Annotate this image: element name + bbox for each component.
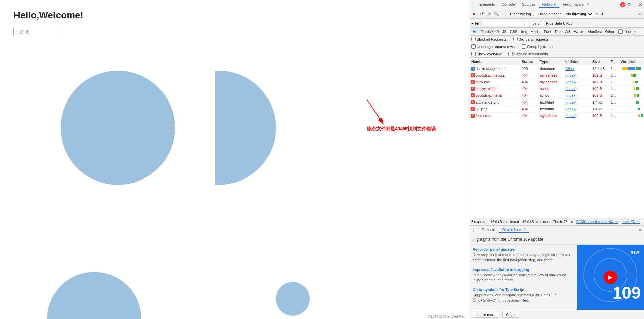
separator-1: [502, 12, 502, 16]
disable-cache-checkbox[interactable]: [533, 12, 537, 16]
throttle-select[interactable]: No throttling: [564, 11, 593, 17]
disable-cache-label[interactable]: Disable cache: [533, 12, 562, 16]
devtools-menu-icon[interactable]: ⋮: [471, 2, 475, 7]
header-waterfall[interactable]: Waterfall: [621, 59, 644, 64]
row-time: 1...: [611, 114, 621, 118]
preserve-log-label[interactable]: Preserve log: [505, 12, 531, 16]
show-overview-label[interactable]: Show overview: [471, 52, 502, 56]
refresh-btn[interactable]: ↺: [479, 11, 484, 17]
network-toolbar: ● ↺ ⊘ 🔍 Preserve log Disable cache No th…: [469, 9, 644, 19]
type-other[interactable]: Other: [604, 29, 616, 34]
row-time: 1...: [611, 80, 621, 84]
table-row[interactable]: D datamanagement/ 200 document Other 12.…: [469, 65, 644, 72]
tab-elements[interactable]: Elements: [476, 2, 498, 8]
tab-sources[interactable]: Sources: [518, 2, 539, 8]
show-overview-checkbox[interactable]: [471, 52, 476, 56]
type-wasm[interactable]: Wasm: [573, 29, 586, 34]
feature-js-debug-title[interactable]: Improved JavaScript debugging: [473, 268, 573, 272]
close-bottom-panel-icon[interactable]: ✕: [638, 227, 642, 233]
export-icon[interactable]: ⬇: [601, 12, 604, 16]
table-row[interactable]: ✗ auth-img1.png 404 text/html (index) 1.…: [469, 99, 644, 106]
header-initiator[interactable]: Initiator: [565, 59, 592, 64]
devtools-tabs: Elements Console Sources Network Perform…: [476, 2, 589, 8]
feature-js-debug-desc: Inline preview for WeakRef, correct prev…: [473, 273, 573, 283]
table-row[interactable]: ✗ auth.css 404 stylesheet (index) 102 B …: [469, 79, 644, 85]
invert-checkbox[interactable]: [524, 21, 528, 25]
large-rows-checkbox[interactable]: [471, 44, 476, 49]
record-btn[interactable]: ●: [471, 11, 477, 17]
whats-new-close[interactable]: ✕: [523, 227, 526, 231]
more-tabs-icon[interactable]: »: [587, 2, 589, 8]
group-by-frame-checkbox[interactable]: [522, 44, 526, 49]
header-type[interactable]: Type: [540, 59, 565, 64]
has-blocked-cookies-label[interactable]: Has blocked cookies: [618, 28, 642, 36]
initiator-link[interactable]: (index): [565, 80, 577, 84]
table-row[interactable]: ✗ jquery.min.js 404 script (index) 102 B…: [469, 85, 644, 92]
preserve-log-checkbox[interactable]: [505, 12, 509, 16]
table-row[interactable]: ✗ fonts.css 404 stylesheet (index) 102 B…: [469, 112, 644, 119]
learn-more-button[interactable]: Learn more: [473, 312, 499, 318]
initiator-link[interactable]: (index): [565, 100, 577, 104]
type-media[interactable]: Media: [529, 29, 542, 34]
blocked-requests-label[interactable]: Blocked Requests: [471, 37, 507, 41]
filter-icon[interactable]: ⊘: [486, 11, 492, 17]
play-button[interactable]: ▶: [604, 271, 617, 284]
invert-label[interactable]: Invert: [524, 21, 539, 25]
bottom-more-icon[interactable]: ⋮: [471, 227, 476, 233]
initiator-link[interactable]: (index): [565, 93, 577, 97]
initiator-link[interactable]: (index): [565, 107, 577, 111]
type-ws[interactable]: WS: [563, 29, 572, 34]
tab-console[interactable]: Console: [498, 2, 518, 8]
close-button[interactable]: Close: [502, 312, 519, 318]
tab-whats-new[interactable]: What's New ✕: [499, 227, 529, 233]
doc-icon: D: [471, 67, 475, 71]
type-manifest[interactable]: Manifest: [586, 29, 603, 34]
close-devtools-icon[interactable]: ✕: [639, 2, 643, 7]
blocked-requests-text: Blocked Requests: [477, 37, 507, 41]
gear-icon[interactable]: ⚙: [638, 12, 642, 16]
search-icon[interactable]: 🔍: [494, 11, 499, 17]
table-row[interactable]: ✗ bootstrap.min.js 404 script (index) 10…: [469, 92, 644, 99]
header-status[interactable]: Status: [522, 59, 540, 64]
table-row[interactable]: ✗ bootstrap.min.css 404 stylesheet (inde…: [469, 72, 644, 79]
header-name[interactable]: Name: [469, 59, 522, 64]
table-row[interactable]: ✗ jlj1.png 404 text/html (index) 1.4 kB …: [469, 106, 644, 112]
third-party-label[interactable]: 3rd-party requests: [513, 37, 549, 41]
blocked-requests-checkbox[interactable]: [471, 37, 476, 41]
username-input[interactable]: [13, 28, 57, 36]
capture-screenshots-checkbox[interactable]: [508, 52, 513, 56]
hide-data-urls-label[interactable]: Hide data URLs: [541, 21, 572, 25]
capture-screenshots-label[interactable]: Capture screenshots: [508, 52, 548, 56]
row-status: 404: [522, 100, 540, 104]
header-size[interactable]: Size: [592, 59, 611, 64]
dom-content-loaded[interactable]: DOMContentLoaded: 66 ms: [576, 220, 618, 224]
group-by-frame-label[interactable]: Group by frame: [522, 44, 552, 49]
initiator-link[interactable]: Other: [565, 67, 575, 71]
type-css[interactable]: CSS: [509, 29, 519, 34]
initiator-link[interactable]: (index): [565, 114, 577, 118]
type-fetch-xhr[interactable]: Fetch/XHR: [479, 29, 500, 34]
import-icon[interactable]: ⬆: [595, 12, 599, 16]
tab-console-bottom[interactable]: Console: [479, 227, 498, 233]
feature-recorder-title[interactable]: Recorder panel updates: [473, 247, 573, 251]
hide-data-urls-checkbox[interactable]: [541, 21, 545, 25]
has-blocked-cookies-checkbox[interactable]: [618, 29, 623, 34]
third-party-checkbox[interactable]: [513, 37, 518, 41]
initiator-link[interactable]: (index): [565, 73, 577, 77]
filter-input[interactable]: [481, 21, 522, 26]
load-time[interactable]: Load: 76 ms: [621, 220, 640, 224]
initiator-link[interactable]: (index): [565, 87, 577, 91]
tab-network[interactable]: Network: [539, 2, 559, 8]
feature-typescript-title[interactable]: Go to symbols for TypeScript: [473, 288, 573, 292]
tab-performance[interactable]: Performance: [559, 2, 587, 8]
settings-icon[interactable]: ⚙: [627, 2, 631, 7]
type-all[interactable]: All: [471, 29, 479, 34]
type-js[interactable]: JS: [501, 29, 508, 34]
type-doc[interactable]: Doc: [553, 29, 563, 34]
row-name-text: jlj1.png: [476, 107, 488, 111]
type-img[interactable]: Img: [520, 29, 528, 34]
large-rows-label[interactable]: Use large request rows: [471, 44, 515, 49]
header-time[interactable]: T...: [611, 59, 621, 64]
more-options-icon[interactable]: ⋮: [633, 2, 637, 7]
type-font[interactable]: Font: [543, 29, 553, 34]
